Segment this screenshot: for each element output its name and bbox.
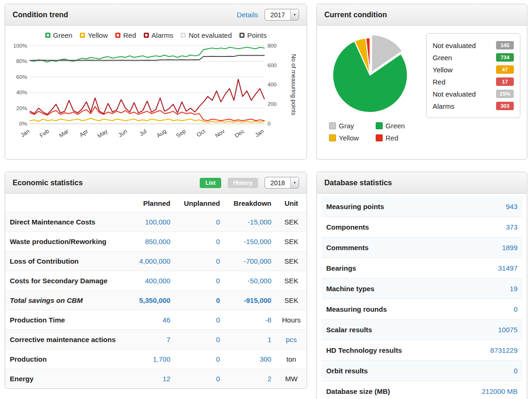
db-stat-value[interactable]: 19 bbox=[510, 285, 518, 293]
details-link[interactable]: Details bbox=[237, 11, 258, 19]
econ-breakdown-value[interactable]: 2 bbox=[224, 369, 276, 389]
legend-label: Green bbox=[385, 122, 405, 130]
legend-label: Alarms bbox=[152, 31, 174, 39]
panel-database-statistics: Database statistics Measuring points943C… bbox=[316, 172, 527, 399]
db-stat-value[interactable]: 10075 bbox=[498, 326, 518, 334]
econ-unplanned-value[interactable]: 0 bbox=[175, 330, 224, 350]
legend-swatch-icon bbox=[376, 134, 383, 141]
econ-row-label: Corrective maintenance actions bbox=[5, 330, 131, 350]
econ-breakdown-value[interactable]: -50,000 bbox=[224, 271, 276, 291]
chevron-down-icon: ▼ bbox=[290, 177, 299, 188]
econ-unplanned-value[interactable]: 0 bbox=[175, 252, 224, 271]
econ-unit: ton bbox=[276, 350, 307, 369]
db-stat-value[interactable]: 31497 bbox=[498, 264, 518, 272]
econ-unit: SEK bbox=[276, 212, 307, 232]
db-stat-value[interactable]: 0 bbox=[514, 367, 518, 375]
db-stat-value[interactable]: 212000 MB bbox=[482, 387, 518, 395]
legend-item: Points bbox=[239, 31, 267, 39]
svg-text:Aug: Aug bbox=[155, 128, 168, 139]
stat-label: Alarms bbox=[433, 102, 455, 110]
db-stat-value[interactable]: 1899 bbox=[502, 244, 518, 252]
legend-label: Yellow bbox=[88, 31, 108, 39]
econ-planned-value[interactable]: 7 bbox=[131, 330, 175, 350]
panel-title: Database statistics bbox=[324, 179, 392, 187]
econ-unit: SEK bbox=[276, 271, 307, 291]
db-stat-row: Bearings31497 bbox=[322, 258, 522, 279]
db-stat-value[interactable]: 943 bbox=[506, 203, 518, 210]
econ-unplanned-value[interactable]: 0 bbox=[175, 212, 224, 232]
panel-title: Economic statistics bbox=[13, 179, 83, 187]
legend-item: Red bbox=[376, 134, 420, 142]
econ-row: Direct Maintenance Costs100,0000-15,000S… bbox=[5, 212, 307, 232]
econ-breakdown-value[interactable]: -150,000 bbox=[224, 232, 276, 252]
econ-year-select[interactable]: 2018 ▼ bbox=[265, 177, 299, 189]
svg-text:May: May bbox=[96, 127, 109, 139]
econ-unit: SEK bbox=[276, 232, 307, 252]
econ-planned-value[interactable]: 4,000,000 bbox=[131, 252, 175, 271]
econ-unit: SEK bbox=[276, 252, 307, 271]
svg-text:100%: 100% bbox=[13, 42, 28, 49]
pie-area: GrayGreenYellowRed bbox=[324, 33, 420, 142]
econ-breakdown-value[interactable]: -915,000 bbox=[224, 291, 276, 310]
svg-text:Oct: Oct bbox=[196, 128, 207, 139]
econ-unit: SEK bbox=[276, 291, 307, 310]
econ-planned-value[interactable]: 46 bbox=[131, 310, 175, 330]
econ-unplanned-value[interactable]: 0 bbox=[175, 350, 224, 369]
legend-swatch-icon bbox=[144, 33, 149, 38]
condition-trend-header: Condition trend Details 2017 ▼ bbox=[5, 4, 307, 26]
condition-stat-row: Alarms303 bbox=[433, 100, 514, 112]
econ-breakdown-value[interactable]: -15,000 bbox=[224, 212, 276, 232]
svg-text:Jul: Jul bbox=[138, 128, 148, 137]
condition-stats-box: Not evaluated145Green734Yellow47Red17Not… bbox=[426, 33, 520, 118]
svg-text:Dec: Dec bbox=[233, 128, 245, 139]
svg-text:400: 400 bbox=[267, 81, 277, 88]
condition-stat-row: Red17 bbox=[433, 76, 514, 88]
econ-planned-value[interactable]: 100,000 bbox=[131, 212, 175, 232]
svg-text:Feb: Feb bbox=[38, 128, 50, 139]
db-stat-value[interactable]: 373 bbox=[506, 223, 518, 231]
condition-trend-body: GreenYellowRedAlarmsNot evaluatedPoints … bbox=[5, 26, 307, 151]
econ-planned-value[interactable]: 850,000 bbox=[131, 232, 175, 252]
db-stat-value[interactable]: 8731229 bbox=[490, 346, 518, 354]
econ-row: Waste production/Reworking850,0000-150,0… bbox=[5, 232, 307, 252]
stat-label: Red bbox=[433, 78, 446, 86]
econ-col-unplanned: Unplanned bbox=[175, 194, 224, 212]
db-stat-value[interactable]: 0 bbox=[514, 305, 518, 313]
legend-swatch-icon bbox=[45, 33, 50, 38]
econ-unplanned-value[interactable]: 0 bbox=[175, 291, 224, 310]
condition-stat-row: Green734 bbox=[433, 51, 514, 63]
stat-badge: 17 bbox=[496, 77, 514, 86]
svg-text:0: 0 bbox=[267, 120, 271, 127]
history-button[interactable]: History bbox=[228, 178, 258, 188]
legend-item: Red bbox=[115, 31, 136, 39]
panel-economic-statistics: Economic statistics List History 2018 ▼ … bbox=[5, 172, 307, 389]
econ-planned-value[interactable]: 5,350,000 bbox=[131, 291, 175, 310]
legend-item: Not evaluated bbox=[181, 31, 232, 39]
econ-unplanned-value[interactable]: 0 bbox=[175, 310, 224, 330]
econ-unplanned-value[interactable]: 0 bbox=[175, 271, 224, 291]
econ-unplanned-value[interactable]: 0 bbox=[175, 369, 224, 389]
legend-item: Gray bbox=[329, 122, 374, 130]
econ-row: Production1,7000300ton bbox=[5, 350, 307, 369]
econ-planned-value[interactable]: 1,700 bbox=[131, 350, 175, 369]
svg-text:Jan: Jan bbox=[254, 128, 265, 139]
econ-breakdown-value[interactable]: 1 bbox=[224, 330, 276, 350]
list-button[interactable]: List bbox=[200, 178, 221, 188]
condition-stat-row: Yellow47 bbox=[433, 63, 514, 76]
trend-year-select[interactable]: 2017 ▼ bbox=[265, 9, 299, 21]
svg-text:Jun: Jun bbox=[117, 128, 128, 139]
econ-breakdown-value[interactable]: 300 bbox=[224, 350, 276, 369]
econ-breakdown-value[interactable]: -8 bbox=[224, 310, 276, 330]
econ-unplanned-value[interactable]: 0 bbox=[175, 232, 224, 252]
svg-text:200: 200 bbox=[267, 101, 277, 107]
svg-text:60%: 60% bbox=[16, 74, 28, 80]
econ-year-value: 2018 bbox=[265, 177, 290, 188]
econ-row-label: Loss of Contribution bbox=[5, 252, 131, 271]
econ-unit: Hours bbox=[276, 310, 307, 330]
econ-planned-value[interactable]: 400,000 bbox=[131, 271, 175, 291]
chevron-down-icon: ▼ bbox=[290, 9, 299, 20]
econ-breakdown-value[interactable]: -700,000 bbox=[224, 252, 276, 271]
econ-planned-value[interactable]: 12 bbox=[131, 369, 175, 389]
db-stat-row: Scalar results10075 bbox=[322, 320, 522, 340]
panel-title: Condition trend bbox=[13, 11, 68, 19]
